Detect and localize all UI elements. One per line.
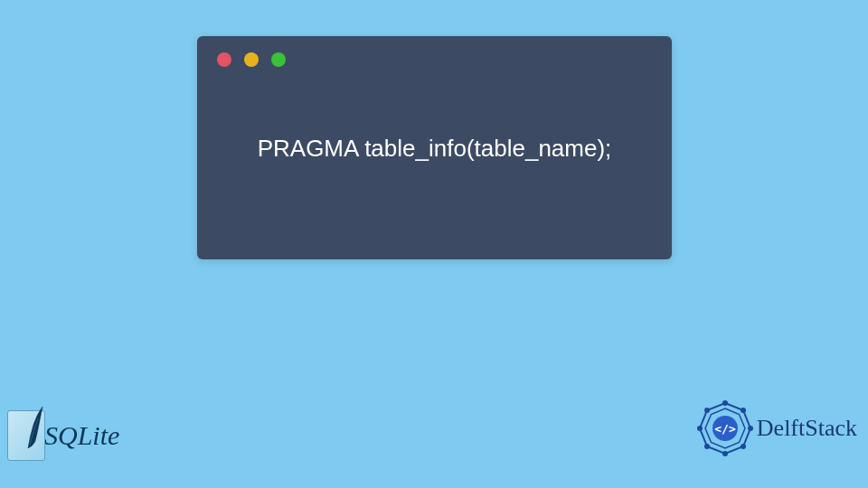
delftstack-logo: </> DelftStack [697,400,857,456]
delftstack-emblem-icon: </> [697,400,753,456]
feather-icon [24,405,46,450]
maximize-icon[interactable] [271,52,286,67]
svg-point-6 [722,451,728,456]
svg-point-7 [704,444,710,449]
svg-point-9 [704,408,710,413]
delftstack-text: DelftStack [757,415,857,442]
code-content: PRAGMA table_info(table_name); [197,76,672,164]
svg-point-2 [722,400,728,406]
svg-point-5 [741,444,746,449]
window-controls [197,36,672,76]
code-window: PRAGMA table_info(table_name); [197,36,672,259]
svg-point-3 [741,408,746,413]
svg-text:</>: </> [714,422,736,436]
svg-point-8 [697,426,703,431]
minimize-icon[interactable] [244,52,259,67]
sqlite-box-icon [7,410,45,461]
sqlite-text: SQLite [44,420,119,451]
close-icon[interactable] [217,52,231,67]
svg-point-4 [748,426,753,431]
sqlite-logo: SQLite [7,410,119,461]
